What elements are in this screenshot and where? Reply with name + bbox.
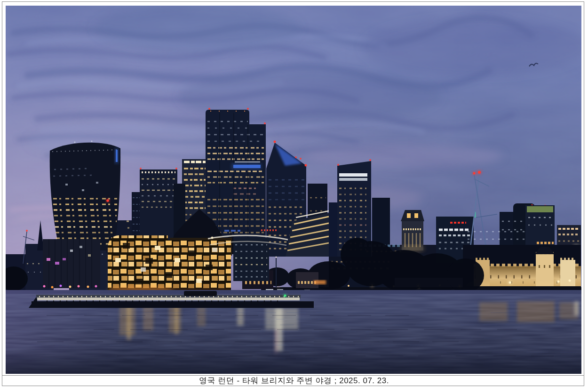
caption-separator (2, 375, 584, 376)
riverfront-hotel (108, 231, 240, 297)
london-night-photo (6, 6, 581, 374)
walkie-talkie-tower (50, 141, 120, 251)
night-cityscape-svg (6, 6, 581, 374)
quayside-apartments (43, 239, 100, 289)
port-of-london-authority-building (400, 210, 425, 252)
photo-caption: 영국 런던 - 타워 브리지와 주변 야경 ; 2025. 07. 23. (0, 376, 588, 386)
